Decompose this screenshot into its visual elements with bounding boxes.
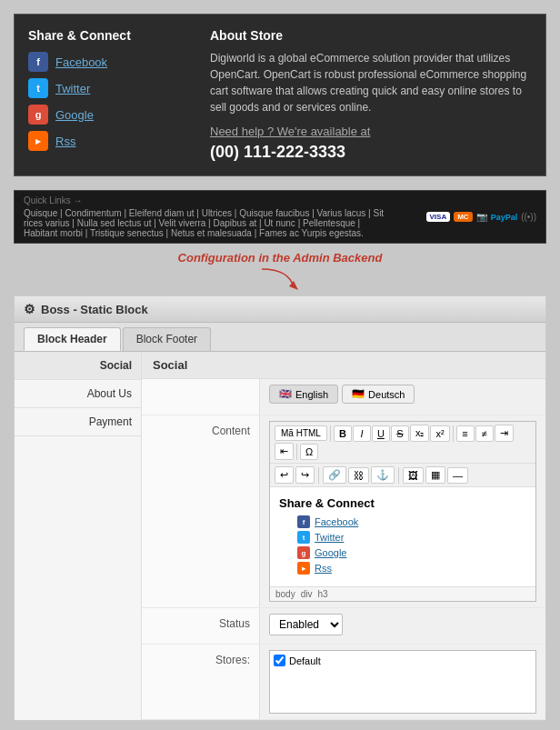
rte-fb-item: f Facebook xyxy=(297,515,526,528)
rss-link[interactable]: Rss xyxy=(55,135,75,148)
rte-toolbar-2: ↩ ↪ 🔗 ⛓ ⚓ 🖼 ▦ — xyxy=(270,464,535,487)
rte-rss-item: ▸ Rss xyxy=(297,562,526,575)
rte-strike-btn[interactable]: S xyxy=(391,425,409,442)
phone-number: (00) 111-222-3333 xyxy=(210,143,532,162)
statusbar-h3: h3 xyxy=(317,589,327,599)
status-select[interactable]: Enabled Disabled xyxy=(269,614,343,635)
rte-ol-btn[interactable]: ≡ xyxy=(456,425,475,442)
tab-block-header[interactable]: Block Header xyxy=(24,327,121,351)
rte-link-btn[interactable]: 🔗 xyxy=(323,466,346,484)
rte-content[interactable]: Share & Connect f Facebook t Twitter xyxy=(270,487,535,586)
tw-link[interactable]: Twitter xyxy=(55,82,90,95)
rte-sep-3 xyxy=(296,444,297,460)
status-row: Status Enabled Disabled xyxy=(142,608,545,645)
lang-tab-de[interactable]: 🇩🇪 Deutsch xyxy=(342,385,415,404)
rte-gp-item: g Google xyxy=(297,546,526,559)
gp-link[interactable]: Google xyxy=(55,108,94,122)
rte-sep-4 xyxy=(318,467,319,484)
stores-inner: Default xyxy=(269,650,536,714)
quicklinks-items: Quisque | Condimentum | Eleifend diam ut… xyxy=(24,208,387,238)
rte-toolbar-1: Mã HTML B I U S x₂ x² ≡ ≠ ⇥ ⇤ xyxy=(270,422,535,464)
rte-fb-link[interactable]: Facebook xyxy=(315,516,358,527)
fb-link[interactable]: Facebook xyxy=(55,55,107,69)
rte-hr-btn[interactable]: — xyxy=(447,467,468,484)
quicklinks-left: Quick Links → Quisque | Condimentum | El… xyxy=(24,195,387,238)
stores-label: Stores: xyxy=(142,645,260,719)
rte-underline-btn[interactable]: U xyxy=(372,425,390,442)
default-store-text: Default xyxy=(289,655,321,666)
lang-label-empty xyxy=(142,379,260,415)
rte-omega-btn[interactable]: Ω xyxy=(300,444,318,460)
tw-icon: t xyxy=(28,78,48,98)
label-en: English xyxy=(295,389,328,400)
about-text: Digiworld is a global eCommerce solution… xyxy=(210,50,532,115)
rte-source-btn[interactable]: Mã HTML xyxy=(275,425,327,441)
content-field: Mã HTML B I U S x₂ x² ≡ ≠ ⇥ ⇤ xyxy=(260,415,545,607)
admin-main: Social 🇬🇧 English 🇩🇪 Deutsch xyxy=(142,352,545,720)
about-title: About Store xyxy=(210,28,532,43)
rte-social-list: f Facebook t Twitter g Google xyxy=(279,515,526,575)
lang-tab-en[interactable]: 🇬🇧 English xyxy=(269,385,338,404)
sidebar-item-payment[interactable]: Payment xyxy=(15,408,141,436)
rte-sep-1 xyxy=(330,425,331,442)
rte-sup-btn[interactable]: x² xyxy=(430,425,449,442)
sidebar-item-social[interactable]: Social xyxy=(15,352,141,380)
share-section: Share & Connect f Facebook t Twitter g G… xyxy=(28,28,192,162)
rss-icon: ▸ xyxy=(28,131,48,151)
rte-unlink-btn[interactable]: ⛓ xyxy=(348,467,369,484)
rte-redo-btn[interactable]: ↪ xyxy=(295,466,315,484)
rte-italic-btn[interactable]: I xyxy=(353,425,371,442)
rte-sep-5 xyxy=(398,467,399,484)
rte-content-title: Share & Connect xyxy=(279,496,526,510)
rte-sep-2 xyxy=(453,425,454,442)
admin-title-bar: ⚙ Boss - Static Block xyxy=(15,296,545,323)
rte-outdent-btn[interactable]: ⇤ xyxy=(275,443,294,460)
rte-undo-btn[interactable]: ↩ xyxy=(275,466,294,484)
content-row: Content Mã HTML B I U S x₂ x² xyxy=(142,415,545,608)
rte-rss-icon: ▸ xyxy=(297,562,310,575)
default-store-checkbox[interactable] xyxy=(274,655,285,666)
rte-tw-item: t Twitter xyxy=(297,531,526,544)
rte-wrapper: Mã HTML B I U S x₂ x² ≡ ≠ ⇥ ⇤ xyxy=(269,421,536,602)
rte-table-btn[interactable]: ▦ xyxy=(425,466,445,484)
paypal-icon: PayPal xyxy=(491,213,518,222)
stores-field: Default xyxy=(260,645,545,719)
admin-title: Boss - Static Block xyxy=(41,303,148,316)
flag-en: 🇬🇧 xyxy=(279,388,292,400)
rte-ul-btn[interactable]: ≠ xyxy=(475,425,494,442)
status-label: Status xyxy=(142,608,260,644)
arrow-label: Configuration in the Admin Backend xyxy=(178,251,383,265)
rte-gp-link[interactable]: Google xyxy=(315,547,346,558)
section-heading: Social xyxy=(142,352,545,379)
statusbar-div: div xyxy=(301,589,313,599)
rte-bold-btn[interactable]: B xyxy=(334,425,352,442)
rte-indent-btn[interactable]: ⇥ xyxy=(495,425,514,442)
gp-icon: g xyxy=(28,105,48,125)
label-de: Deutsch xyxy=(368,389,405,400)
admin-sidebar: Social About Us Payment xyxy=(15,352,142,720)
payment-icons: VISA MC 📷 PayPal ((•)) xyxy=(426,212,536,222)
rte-image-btn[interactable]: 🖼 xyxy=(403,467,424,484)
tab-block-footer[interactable]: Block Footer xyxy=(123,327,211,351)
stores-row: Stores: Default xyxy=(142,645,545,720)
tabs-bar: Block Header Block Footer xyxy=(15,323,545,352)
arrow-icon xyxy=(244,265,316,292)
camera-icon: 📷 xyxy=(476,212,487,222)
rte-anchor-btn[interactable]: ⚓ xyxy=(371,466,395,484)
share-title: Share & Connect xyxy=(28,28,192,43)
rte-tw-icon: t xyxy=(297,531,310,544)
mastercard-icon: MC xyxy=(454,212,472,222)
rte-tw-link[interactable]: Twitter xyxy=(315,532,344,543)
rte-rss-link[interactable]: Rss xyxy=(315,563,332,574)
flag-de: 🇩🇪 xyxy=(352,388,365,400)
preview-panel: Share & Connect f Facebook t Twitter g G… xyxy=(14,14,546,176)
boss-icon: ⚙ xyxy=(24,302,35,316)
content-label: Content xyxy=(142,415,260,607)
social-fb: f Facebook xyxy=(28,52,192,72)
social-rss: ▸ Rss xyxy=(28,131,192,151)
rte-sub-btn[interactable]: x₂ xyxy=(410,425,430,442)
status-field: Enabled Disabled xyxy=(260,608,545,644)
sidebar-item-aboutus[interactable]: About Us xyxy=(15,380,141,408)
rte-statusbar: body div h3 xyxy=(270,586,535,601)
lang-tabs: 🇬🇧 English 🇩🇪 Deutsch xyxy=(269,385,536,404)
